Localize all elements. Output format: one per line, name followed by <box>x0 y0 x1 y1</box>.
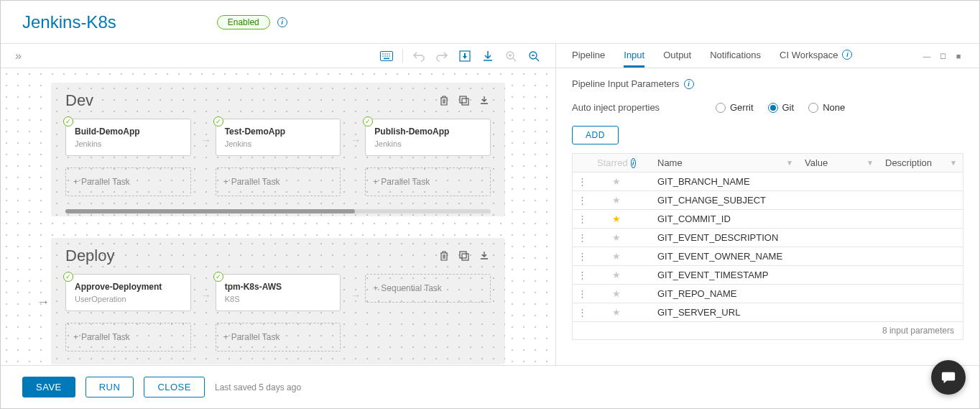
filter-icon[interactable]: ▼ <box>950 159 957 167</box>
maximize-icon[interactable]: ■ <box>953 51 963 61</box>
col-name[interactable]: Name <box>657 157 683 168</box>
param-name: GIT_BRANCH_NAME <box>642 173 799 190</box>
star-icon[interactable]: ★ <box>591 285 642 303</box>
run-button[interactable]: RUN <box>85 377 134 397</box>
tab-input[interactable]: Input <box>624 44 644 68</box>
svg-point-6 <box>384 55 386 57</box>
restore-icon[interactable]: ◻ <box>938 51 948 61</box>
param-description[interactable] <box>879 303 963 321</box>
download-icon[interactable] <box>481 49 495 63</box>
param-name: GIT_SERVER_URL <box>642 303 799 321</box>
page-title: Jenkins-K8s <box>22 12 116 32</box>
task-card[interactable]: Approve-DeploymentUserOperation <box>65 274 191 311</box>
star-icon[interactable]: ★ <box>591 210 642 228</box>
task-subtitle: UserOperation <box>75 295 182 303</box>
zoom-in-icon <box>504 49 518 63</box>
info-icon[interactable]: i <box>842 50 852 60</box>
svg-rect-0 <box>381 51 393 60</box>
stage-dev: DevBuild-DemoAppJenkins→+Parallel TaskTe… <box>51 83 505 216</box>
add-task-placeholder[interactable]: +Parallel Task <box>216 323 341 351</box>
param-value[interactable] <box>799 173 879 190</box>
row-menu-icon[interactable]: ⋮ <box>573 247 591 265</box>
param-value[interactable] <box>799 303 879 321</box>
task-subtitle: Jenkins <box>75 139 182 148</box>
stage-scrollbar[interactable] <box>65 209 491 213</box>
param-description[interactable] <box>879 210 963 228</box>
row-menu-icon[interactable]: ⋮ <box>573 210 591 228</box>
row-menu-icon[interactable]: ⋮ <box>573 229 591 247</box>
svg-point-5 <box>382 55 384 57</box>
task-card[interactable]: Build-DemoAppJenkins <box>65 119 191 156</box>
table-row: ⋮★GIT_EVENT_OWNER_NAME <box>573 247 963 266</box>
add-task-placeholder[interactable]: +Sequential Task <box>365 274 491 303</box>
param-value[interactable] <box>799 285 879 303</box>
import-icon[interactable] <box>478 94 491 107</box>
param-description[interactable] <box>879 266 963 284</box>
radio-gerrit[interactable]: Gerrit <box>716 102 754 113</box>
radio-git[interactable]: Git <box>768 102 795 113</box>
radio-label: Git <box>782 102 795 113</box>
info-icon[interactable]: i <box>277 17 287 27</box>
param-value[interactable] <box>799 191 879 209</box>
info-icon[interactable]: i <box>631 158 636 168</box>
star-icon[interactable]: ★ <box>591 229 642 247</box>
task-card[interactable]: Publish-DemoAppJenkins <box>365 119 491 156</box>
row-menu-icon[interactable]: ⋮ <box>573 303 591 321</box>
add-task-placeholder[interactable]: +Parallel Task <box>65 323 191 351</box>
star-icon[interactable]: ★ <box>591 266 642 284</box>
row-menu-icon[interactable]: ⋮ <box>573 173 591 190</box>
param-value[interactable] <box>799 229 879 247</box>
filter-icon[interactable]: ▼ <box>866 159 874 167</box>
param-value[interactable] <box>799 247 879 265</box>
star-icon[interactable]: ★ <box>591 303 642 321</box>
chat-launcher[interactable] <box>931 360 966 395</box>
fit-icon[interactable] <box>458 49 472 63</box>
tab-output[interactable]: Output <box>663 44 691 68</box>
tab-ci-workspace[interactable]: CI Workspacei <box>780 44 852 68</box>
param-description[interactable] <box>879 229 963 247</box>
star-icon[interactable]: ★ <box>591 247 642 265</box>
trash-icon[interactable] <box>438 94 450 107</box>
add-button[interactable]: ADD <box>572 126 619 144</box>
minimize-icon[interactable]: — <box>922 51 932 61</box>
copy-icon[interactable] <box>458 94 471 107</box>
close-button[interactable]: CLOSE <box>144 377 205 397</box>
info-icon[interactable]: i <box>684 79 694 89</box>
arrow-icon: → <box>351 134 361 146</box>
expand-icon[interactable]: » <box>15 50 22 63</box>
svg-point-2 <box>384 53 386 55</box>
param-value[interactable] <box>799 266 879 284</box>
keyboard-icon[interactable] <box>379 49 394 63</box>
star-icon[interactable]: ★ <box>591 191 642 209</box>
row-menu-icon[interactable]: ⋮ <box>573 285 591 303</box>
check-icon <box>63 272 73 282</box>
param-value[interactable] <box>799 210 879 228</box>
task-card[interactable]: tpm-K8s-AWSK8S <box>216 274 341 311</box>
filter-icon[interactable]: ▼ <box>786 159 793 167</box>
stage-deploy: DeployApprove-DeploymentUserOperation→+P… <box>51 238 505 364</box>
check-icon <box>363 116 373 127</box>
col-value[interactable]: Value <box>805 157 828 168</box>
tab-notifications[interactable]: Notifications <box>710 44 761 68</box>
import-icon[interactable] <box>478 249 491 262</box>
trash-icon[interactable] <box>438 249 450 262</box>
add-task-placeholder[interactable]: +Parallel Task <box>65 167 191 196</box>
zoom-out-icon[interactable] <box>527 49 541 63</box>
tab-pipeline[interactable]: Pipeline <box>572 44 605 68</box>
add-task-placeholder[interactable]: +Parallel Task <box>216 167 341 196</box>
param-description[interactable] <box>879 285 963 303</box>
arrow-icon: → <box>201 290 211 301</box>
param-description[interactable] <box>879 191 963 209</box>
row-menu-icon[interactable]: ⋮ <box>573 266 591 284</box>
add-task-placeholder[interactable]: +Parallel Task <box>365 167 491 196</box>
param-description[interactable] <box>879 173 963 190</box>
col-description[interactable]: Description <box>885 157 932 168</box>
svg-point-3 <box>387 53 388 55</box>
param-description[interactable] <box>879 247 963 265</box>
task-card[interactable]: Test-DemoAppJenkins <box>216 119 341 156</box>
row-menu-icon[interactable]: ⋮ <box>573 191 591 209</box>
copy-icon[interactable] <box>458 249 471 262</box>
radio-none[interactable]: None <box>808 102 845 113</box>
save-button[interactable]: SAVE <box>22 377 75 397</box>
star-icon[interactable]: ★ <box>591 173 642 190</box>
